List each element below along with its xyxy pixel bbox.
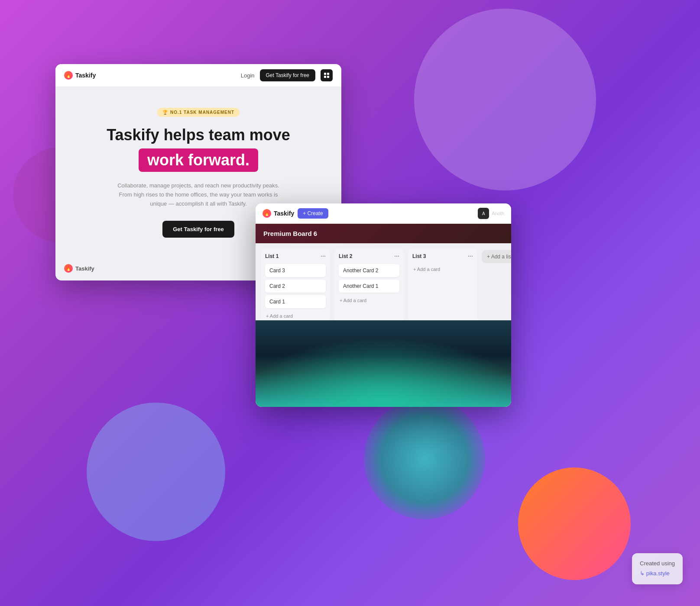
board-name: Premium Board 6 [263,230,317,237]
grid-icon [324,73,329,78]
hero-description: Collaborate, manage projects, and reach … [116,181,281,208]
board-logo: 🔥 Taskify [262,209,294,218]
logo-icon: 🔥 [64,71,73,80]
landing-logo-text: Taskify [75,72,96,79]
list-1-header: List 1 ··· [265,253,326,260]
add-card-list-3[interactable]: + Add a card [412,265,473,274]
list-1-menu[interactable]: ··· [321,253,326,260]
list-2-header: List 2 ··· [339,253,399,260]
badge-icon: 🏆 [162,110,168,115]
another-card-1[interactable]: Another Card 1 [339,280,399,293]
landing-navbar: 🔥 Taskify Login Get Taskify for free [55,64,341,87]
navbar-right: Login Get Taskify for free [241,69,333,81]
board-logo-icon: 🔥 [262,209,271,218]
svg-rect-0 [324,73,326,75]
card-1-label: Card 1 [269,299,285,305]
bg-blob-bottom-left [87,403,225,541]
pika-watermark: Created using ↳ pika.style [632,553,683,584]
landing-footer-logo: 🔥 Taskify [64,264,94,273]
badge-text: NO.1 TASK MANAGEMENT [170,110,234,115]
avatar: A [478,208,489,219]
add-list-button[interactable]: + Add a list [482,250,511,263]
nav-icon-button[interactable] [321,69,333,81]
another-card-2[interactable]: Another Card 2 [339,264,399,277]
board-logo-text: Taskify [274,210,294,217]
card-3[interactable]: Card 3 [265,264,326,277]
svg-rect-3 [327,76,329,78]
list-3-header: List 3 ··· [412,253,473,260]
nav-cta-button[interactable]: Get Taskify for free [260,69,315,81]
create-button[interactable]: + Create [298,208,328,219]
svg-rect-1 [327,73,329,75]
another-card-1-label: Another Card 1 [343,283,378,289]
list-3-menu[interactable]: ··· [468,253,473,260]
card-2[interactable]: Card 2 [265,280,326,293]
nav-login-link[interactable]: Login [241,72,255,79]
hero-title: Taskify helps team move [107,126,290,144]
hero-highlight: work forward. [139,148,258,172]
svg-rect-2 [324,76,326,78]
hero-cta-button[interactable]: Get Taskify for free [162,221,234,238]
board-window: 🔥 Taskify + Create A Anoth Premium Board… [256,203,511,407]
board-extra-label: Anoth [492,211,504,216]
avatar-label: A [482,211,485,216]
add-card-list-1[interactable]: + Add a card [265,312,326,320]
bg-blob-top-right [414,9,596,190]
footer-logo-text: Taskify [75,265,94,272]
card-1[interactable]: Card 1 [265,295,326,308]
another-card-2-label: Another Card 2 [343,268,378,274]
add-card-list-2[interactable]: + Add a card [339,296,399,305]
pika-link-text: ↳ pika.style [640,569,670,578]
watermark-line1: Created using [640,559,675,568]
card-3-label: Card 3 [269,268,285,274]
list-2-menu[interactable]: ··· [394,253,399,260]
footer-logo-icon: 🔥 [64,264,73,273]
list-1-name: List 1 [265,253,279,259]
card-2-label: Card 2 [269,283,285,289]
board-navbar-left: 🔥 Taskify + Create [262,208,328,219]
board-background [256,320,511,407]
list-2-name: List 2 [339,253,352,259]
bg-blob-orange [518,467,631,580]
pika-link[interactable]: ↳ pika.style [640,569,675,578]
board-header: Premium Board 6 [256,224,511,243]
teal-orb [364,398,485,519]
list-3-name: List 3 [412,253,426,259]
navbar-logo: 🔥 Taskify [64,71,96,80]
board-navbar-right: A Anoth [478,208,504,219]
board-navbar: 🔥 Taskify + Create A Anoth [256,203,511,224]
badge: 🏆 NO.1 TASK MANAGEMENT [157,108,240,117]
